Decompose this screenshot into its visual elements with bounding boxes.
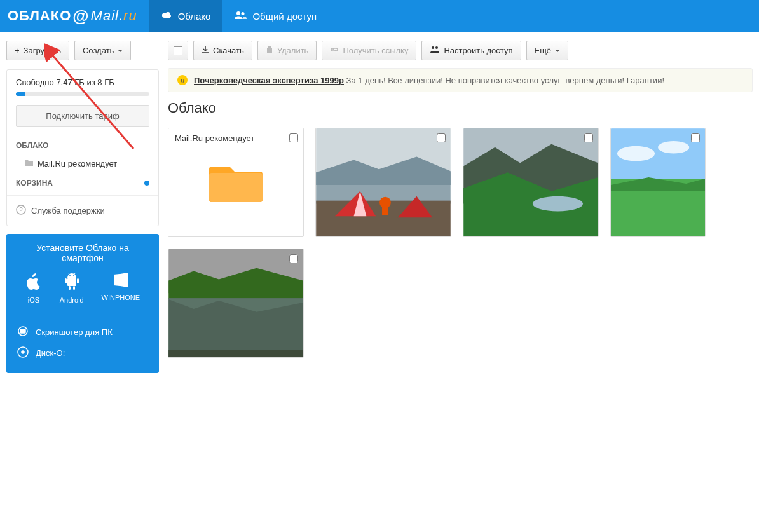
svg-rect-4 xyxy=(67,278,76,286)
promo-screenshoter[interactable]: Скриншотер для ПК xyxy=(17,322,149,342)
platform-label: iOS xyxy=(28,296,39,304)
tile-image[interactable] xyxy=(610,128,706,237)
tile-image[interactable] xyxy=(168,249,304,358)
download-button[interactable]: Скачать xyxy=(193,41,252,60)
folder-icon xyxy=(208,159,264,207)
svg-point-0 xyxy=(236,11,240,15)
upload-label: Загрузить xyxy=(24,46,61,55)
promo-link-label: Скриншотер для ПК xyxy=(36,327,113,337)
promo-android[interactable]: Android xyxy=(60,272,84,304)
upload-button[interactable]: + Загрузить xyxy=(6,41,69,60)
svg-rect-32 xyxy=(168,350,303,357)
caret-down-icon xyxy=(555,50,560,52)
create-label: Создать xyxy=(83,46,114,55)
logo[interactable]: ОБЛАКО @ Mail.ru xyxy=(0,6,149,26)
svg-point-18 xyxy=(435,46,438,49)
create-button[interactable]: Создать xyxy=(74,41,131,60)
storage-panel: Свободно 7.47 ГБ из 8 ГБ Подключить тари… xyxy=(6,69,159,226)
svg-rect-7 xyxy=(65,278,67,283)
select-all-checkbox[interactable] xyxy=(168,41,188,60)
caret-down-icon xyxy=(118,50,123,52)
logo-text: ОБЛАКО xyxy=(8,8,71,24)
tile-checkbox[interactable] xyxy=(289,133,298,142)
svg-rect-14 xyxy=(20,329,25,333)
svg-text:?: ? xyxy=(19,207,23,214)
svg-point-17 xyxy=(432,46,434,49)
sidebar-heading-cloud: ОБЛАКО xyxy=(16,141,149,150)
page-title: Облако xyxy=(168,100,753,116)
promo-link-label: Диск-О: xyxy=(36,348,65,358)
tile-checkbox[interactable] xyxy=(437,133,446,142)
thumbnail xyxy=(463,128,598,236)
svg-rect-10 xyxy=(73,286,75,290)
camera-icon xyxy=(17,326,29,338)
svg-point-16 xyxy=(22,351,24,353)
svg-rect-23 xyxy=(382,205,388,215)
tile-checkbox[interactable] xyxy=(584,133,593,142)
platform-label: Android xyxy=(60,296,84,304)
sidebar-item-label: Mail.Ru рекомендует xyxy=(38,159,117,168)
nav-tabs: Облако Общий доступ xyxy=(149,0,329,32)
ad-banner[interactable]: я Почерковедческая экспертиза 1999р За 1… xyxy=(168,68,753,92)
tab-label: Общий доступ xyxy=(252,11,317,22)
tab-shared[interactable]: Общий доступ xyxy=(222,0,328,32)
cloud-icon xyxy=(160,11,173,22)
svg-rect-8 xyxy=(77,278,79,283)
file-grid: Mail.Ru рекомендует xyxy=(168,128,753,358)
support-label: Служба поддержки xyxy=(31,206,105,215)
link-icon xyxy=(330,46,339,55)
platform-label: WINPHONE xyxy=(102,294,140,301)
logo-mail: Mail. xyxy=(91,8,123,24)
plus-icon: + xyxy=(15,46,20,55)
ad-link[interactable]: Почерковедческая экспертиза 1999р xyxy=(194,76,344,85)
disk-icon xyxy=(17,346,29,360)
promo-disko[interactable]: Диск-О: xyxy=(17,342,149,364)
tile-label: Mail.Ru рекомендует xyxy=(175,133,254,143)
ad-icon: я xyxy=(177,75,188,85)
plan-button[interactable]: Подключить тариф xyxy=(16,105,149,127)
svg-point-28 xyxy=(658,141,689,154)
trash-icon xyxy=(266,46,273,55)
promo-title: Установите Облако на смартфон xyxy=(17,243,149,263)
tab-cloud[interactable]: Облако xyxy=(149,0,222,32)
sidebar-heading-trash[interactable]: КОРЗИНА xyxy=(16,179,53,188)
logo-at: @ xyxy=(72,6,89,26)
thumbnail xyxy=(316,128,451,236)
more-button[interactable]: Ещё xyxy=(526,41,569,60)
svg-point-1 xyxy=(242,12,245,15)
sidebar-item-recommends[interactable]: Mail.Ru рекомендует xyxy=(16,155,149,172)
promo-box: Установите Облако на смартфон iOS Androi… xyxy=(6,234,159,373)
logo-ru: ru xyxy=(123,8,137,24)
tile-image[interactable] xyxy=(315,128,451,237)
promo-winphone[interactable]: WINPHONE xyxy=(102,272,140,304)
checkbox-icon xyxy=(174,46,182,55)
thumbnail xyxy=(611,128,705,236)
thumbnail xyxy=(168,249,303,357)
android-icon xyxy=(64,272,80,292)
svg-rect-9 xyxy=(69,286,71,290)
svg-point-25 xyxy=(533,196,583,212)
trash-indicator-dot xyxy=(144,181,149,186)
configure-access-button[interactable]: Настроить доступ xyxy=(421,41,521,60)
help-icon: ? xyxy=(16,205,26,217)
people-icon xyxy=(430,46,440,55)
storage-progress xyxy=(16,92,149,96)
tile-image[interactable] xyxy=(463,128,599,237)
svg-point-5 xyxy=(69,275,71,276)
sidebar: + Загрузить Создать Свободно 7.47 ГБ из … xyxy=(0,32,165,382)
storage-text: Свободно 7.47 ГБ из 8 ГБ xyxy=(16,78,149,87)
tile-folder[interactable]: Mail.Ru рекомендует xyxy=(168,128,304,237)
tab-label: Облако xyxy=(178,11,211,22)
get-link-button[interactable]: Получить ссылку xyxy=(322,41,416,60)
promo-ios[interactable]: iOS xyxy=(25,272,42,304)
download-icon xyxy=(202,46,209,55)
delete-button[interactable]: Удалить xyxy=(257,41,317,60)
main-area: Скачать Удалить Получить ссылку Настроит… xyxy=(165,32,759,382)
tile-checkbox[interactable] xyxy=(691,133,700,142)
people-icon xyxy=(233,11,247,22)
folder-icon xyxy=(25,159,34,168)
app-header: ОБЛАКО @ Mail.ru Облако Общий доступ xyxy=(0,0,759,32)
storage-progress-fill xyxy=(16,92,25,96)
support-link[interactable]: ? Служба поддержки xyxy=(7,195,158,226)
tile-checkbox[interactable] xyxy=(289,254,298,263)
